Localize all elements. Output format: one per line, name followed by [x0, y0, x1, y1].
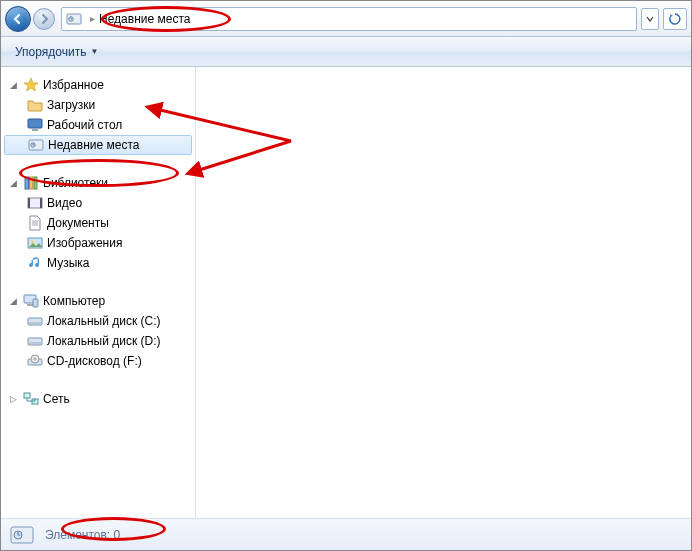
svg-rect-18 [29, 322, 41, 324]
svg-rect-7 [30, 177, 34, 189]
recent-places-icon [9, 522, 35, 548]
tree-node-videos[interactable]: Видео [1, 193, 195, 213]
document-icon [27, 215, 43, 231]
libraries-icon [23, 175, 39, 191]
svg-rect-10 [28, 198, 30, 208]
tree-group-favorites: ◢ Избранное Загрузки Рабочий стол [1, 75, 195, 155]
tree-label: Компьютер [43, 294, 105, 308]
disk-icon [27, 333, 43, 349]
address-history-dropdown[interactable] [641, 8, 659, 30]
address-bar[interactable]: ▸ Недавние места [61, 7, 637, 31]
tree-node-drive-d[interactable]: Локальный диск (D:) [1, 331, 195, 351]
tree-label: Загрузки [47, 98, 95, 112]
star-icon [23, 77, 39, 93]
organize-button[interactable]: Упорядочить ▼ [9, 43, 104, 61]
tree-node-drive-cd[interactable]: CD-дисковод (F:) [1, 351, 195, 371]
cd-drive-icon [27, 353, 43, 369]
expander-icon[interactable]: ◢ [7, 296, 19, 306]
tree-label: Музыка [47, 256, 89, 270]
recent-places-icon [28, 137, 44, 153]
tree-node-network[interactable]: ▷ Сеть [1, 389, 195, 409]
address-text: Недавние места [99, 12, 190, 26]
tree-node-drive-c[interactable]: Локальный диск (C:) [1, 311, 195, 331]
tree-label: Изображения [47, 236, 122, 250]
breadcrumb-separator-icon: ▸ [90, 13, 95, 24]
tree-node-desktop[interactable]: Рабочий стол [1, 115, 195, 135]
disk-icon [27, 313, 43, 329]
tree-node-libraries[interactable]: ◢ Библиотеки [1, 173, 195, 193]
status-elements-count: Элементов: 0 [45, 528, 120, 542]
tree-label: Сеть [43, 392, 70, 406]
pictures-icon [27, 235, 43, 251]
svg-rect-11 [40, 198, 42, 208]
tree-group-network: ▷ Сеть [1, 389, 195, 409]
svg-rect-3 [32, 129, 38, 131]
video-icon [27, 195, 43, 211]
tree-node-downloads[interactable]: Загрузки [1, 95, 195, 115]
svg-point-13 [31, 241, 34, 244]
tree-node-music[interactable]: Музыка [1, 253, 195, 273]
refresh-button[interactable] [663, 8, 687, 30]
music-icon [27, 255, 43, 271]
tree-node-computer[interactable]: ◢ Компьютер [1, 291, 195, 311]
navigation-tree: ◢ Избранное Загрузки Рабочий стол [1, 67, 196, 518]
svg-rect-2 [28, 119, 42, 128]
svg-rect-8 [34, 177, 37, 189]
tree-label: Библиотеки [43, 176, 108, 190]
tree-group-computer: ◢ Компьютер Локальный диск (C:) Локальны… [1, 291, 195, 371]
svg-rect-24 [24, 393, 30, 398]
svg-rect-16 [33, 299, 38, 307]
main-area: ◢ Избранное Загрузки Рабочий стол [1, 67, 691, 518]
svg-rect-15 [27, 304, 33, 306]
folder-icon [27, 97, 43, 113]
tree-node-pictures[interactable]: Изображения [1, 233, 195, 253]
desktop-icon [27, 117, 43, 133]
tree-label: Рабочий стол [47, 118, 122, 132]
tree-label: Недавние места [48, 138, 139, 152]
tree-label: Локальный диск (D:) [47, 334, 161, 348]
navigation-bar: ▸ Недавние места [1, 1, 691, 37]
tree-label: Видео [47, 196, 82, 210]
svg-point-23 [34, 358, 36, 360]
svg-rect-9 [28, 198, 42, 208]
svg-rect-6 [25, 177, 29, 189]
forward-button[interactable] [33, 8, 55, 30]
expander-icon[interactable]: ▷ [7, 394, 19, 404]
tree-node-favorites[interactable]: ◢ Избранное [1, 75, 195, 95]
tree-label: CD-дисковод (F:) [47, 354, 142, 368]
computer-icon [23, 293, 39, 309]
tree-label: Документы [47, 216, 109, 230]
tree-node-recent-places[interactable]: Недавние места [4, 135, 192, 155]
expander-icon[interactable]: ◢ [7, 80, 19, 90]
network-icon [23, 391, 39, 407]
expander-icon[interactable]: ◢ [7, 178, 19, 188]
chevron-down-icon: ▼ [90, 47, 98, 56]
organize-label: Упорядочить [15, 45, 86, 59]
tree-node-documents[interactable]: Документы [1, 213, 195, 233]
tree-label: Избранное [43, 78, 104, 92]
toolbar: Упорядочить ▼ [1, 37, 691, 67]
svg-rect-20 [29, 342, 41, 344]
tree-group-libraries: ◢ Библиотеки Видео Документы [1, 173, 195, 273]
content-pane[interactable] [196, 67, 691, 518]
status-bar: Элементов: 0 [1, 518, 691, 550]
recent-places-icon [66, 11, 82, 27]
back-button[interactable] [5, 6, 31, 32]
tree-label: Локальный диск (C:) [47, 314, 161, 328]
